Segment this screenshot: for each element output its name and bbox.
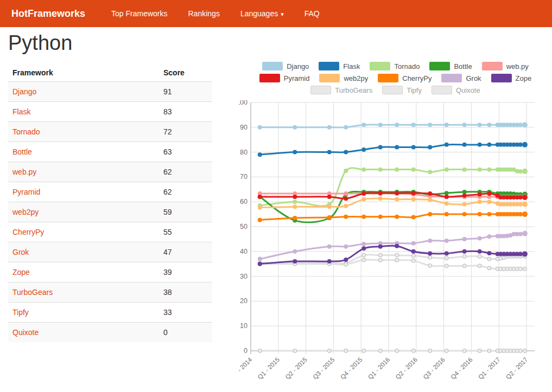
data-point bbox=[395, 349, 399, 353]
data-point bbox=[487, 143, 491, 147]
data-point bbox=[487, 251, 491, 255]
legend-swatch bbox=[382, 86, 403, 94]
legend-item-zope[interactable]: Zope bbox=[491, 74, 532, 82]
data-point bbox=[361, 197, 366, 202]
legend-swatch bbox=[259, 74, 280, 82]
nav-item-label: Rankings bbox=[188, 9, 220, 18]
nav-item-faq[interactable]: FAQ bbox=[297, 9, 327, 18]
framework-link-web2py[interactable]: web2py bbox=[12, 208, 39, 216]
table-row: Tipfy33 bbox=[8, 303, 212, 323]
framework-link-cherrypy[interactable]: CherryPy bbox=[12, 228, 44, 236]
brand-hotframeworks[interactable]: HotFrameworks bbox=[11, 8, 85, 20]
data-point bbox=[395, 215, 399, 219]
legend-label: TurboGears bbox=[335, 86, 372, 94]
data-point bbox=[362, 253, 366, 257]
y-tick-label: 70 bbox=[240, 173, 248, 181]
legend-item-cherrypy[interactable]: CherryPy bbox=[378, 74, 432, 82]
data-point bbox=[344, 262, 348, 266]
data-point bbox=[445, 264, 448, 268]
framework-link-pyramid[interactable]: Pyramid bbox=[12, 188, 40, 196]
legend-item-bottle[interactable]: Bottle bbox=[429, 62, 472, 70]
framework-cell: Bottle bbox=[8, 142, 159, 162]
data-point bbox=[378, 349, 382, 353]
data-point bbox=[293, 249, 297, 254]
data-point bbox=[487, 200, 491, 204]
framework-cell: CherryPy bbox=[8, 222, 159, 242]
data-point bbox=[344, 215, 348, 219]
data-point bbox=[344, 204, 348, 208]
data-point bbox=[327, 150, 332, 155]
legend-item-tipfy[interactable]: Tipfy bbox=[382, 86, 422, 94]
legend-item-flask[interactable]: Flask bbox=[319, 62, 360, 70]
series-quixote bbox=[258, 349, 526, 353]
legend-item-web2py[interactable]: web2py bbox=[319, 74, 368, 82]
data-point bbox=[344, 125, 348, 130]
data-point bbox=[522, 169, 528, 174]
data-point bbox=[411, 259, 415, 262]
framework-link-grok[interactable]: Grok bbox=[12, 248, 29, 256]
legend-item-tornado[interactable]: Tornado bbox=[370, 62, 420, 70]
data-point bbox=[378, 168, 383, 172]
framework-score: 62 bbox=[159, 162, 212, 182]
framework-link-webpy[interactable]: web.py bbox=[12, 168, 36, 176]
legend-item-webpy[interactable]: web.py bbox=[482, 62, 529, 70]
legend-swatch bbox=[370, 62, 390, 70]
data-point bbox=[462, 190, 467, 194]
framework-link-tipfy[interactable]: Tipfy bbox=[12, 308, 29, 317]
data-point bbox=[378, 123, 383, 127]
framework-link-quixote[interactable]: Quixote bbox=[12, 328, 39, 337]
data-point bbox=[523, 349, 526, 353]
data-point bbox=[428, 251, 432, 255]
data-point bbox=[445, 143, 449, 147]
nav-item-top-frameworks[interactable]: Top Frameworks bbox=[104, 9, 175, 18]
legend-item-django[interactable]: Django bbox=[262, 62, 309, 70]
legend-swatch bbox=[441, 74, 462, 82]
framework-link-turbogears[interactable]: TurboGears bbox=[12, 288, 53, 297]
framework-link-zope[interactable]: Zope bbox=[12, 268, 30, 277]
x-tick-label: Q2 - 2015 bbox=[284, 356, 308, 381]
table-row: TurboGears38 bbox=[8, 282, 212, 303]
framework-cell: Tornado bbox=[8, 122, 159, 142]
nav-item-languages[interactable]: Languages▾ bbox=[233, 9, 291, 18]
legend-item-pyramid[interactable]: Pyramid bbox=[259, 74, 310, 82]
data-point bbox=[445, 201, 449, 205]
framework-link-django[interactable]: Django bbox=[12, 87, 36, 96]
framework-cell: web.py bbox=[8, 162, 159, 182]
data-point bbox=[327, 204, 332, 209]
legend-item-turbogears[interactable]: TurboGears bbox=[310, 86, 372, 94]
framework-cell: Django bbox=[8, 82, 159, 102]
data-point bbox=[462, 194, 467, 198]
data-point bbox=[428, 239, 432, 243]
framework-link-flask[interactable]: Flask bbox=[12, 107, 30, 116]
data-point bbox=[478, 143, 482, 147]
data-point bbox=[428, 255, 432, 259]
legend-label: web2py bbox=[344, 74, 368, 82]
framework-cell: Zope bbox=[8, 262, 159, 282]
framework-score: 47 bbox=[159, 242, 212, 262]
data-point bbox=[445, 256, 448, 260]
nav-item-rankings[interactable]: Rankings bbox=[181, 9, 227, 18]
legend-label: Tornado bbox=[394, 62, 420, 70]
series-django bbox=[258, 122, 528, 130]
table-row: Quixote0 bbox=[8, 323, 212, 343]
framework-link-bottle[interactable]: Bottle bbox=[12, 147, 32, 156]
legend-swatch bbox=[262, 62, 283, 70]
legend-item-grok[interactable]: Grok bbox=[441, 74, 481, 82]
x-tick-label: Q2 - 2016 bbox=[395, 356, 419, 381]
y-tick-label: 90 bbox=[240, 124, 248, 131]
x-tick-label: Q3 - 2016 bbox=[422, 356, 446, 381]
data-point bbox=[293, 125, 297, 130]
data-point bbox=[478, 254, 481, 258]
data-point bbox=[327, 259, 332, 264]
data-point bbox=[258, 125, 262, 130]
legend-item-quixote[interactable]: Quixote bbox=[432, 86, 480, 94]
y-tick-label: 0 bbox=[244, 347, 248, 355]
data-point bbox=[518, 232, 523, 236]
data-point bbox=[478, 349, 481, 353]
data-point bbox=[487, 349, 491, 353]
data-point bbox=[327, 195, 332, 199]
data-point bbox=[478, 123, 482, 127]
framework-score: 0 bbox=[159, 323, 212, 343]
x-tick-label: Q4 - 2016 bbox=[449, 356, 474, 381]
framework-link-tornado[interactable]: Tornado bbox=[12, 127, 40, 136]
